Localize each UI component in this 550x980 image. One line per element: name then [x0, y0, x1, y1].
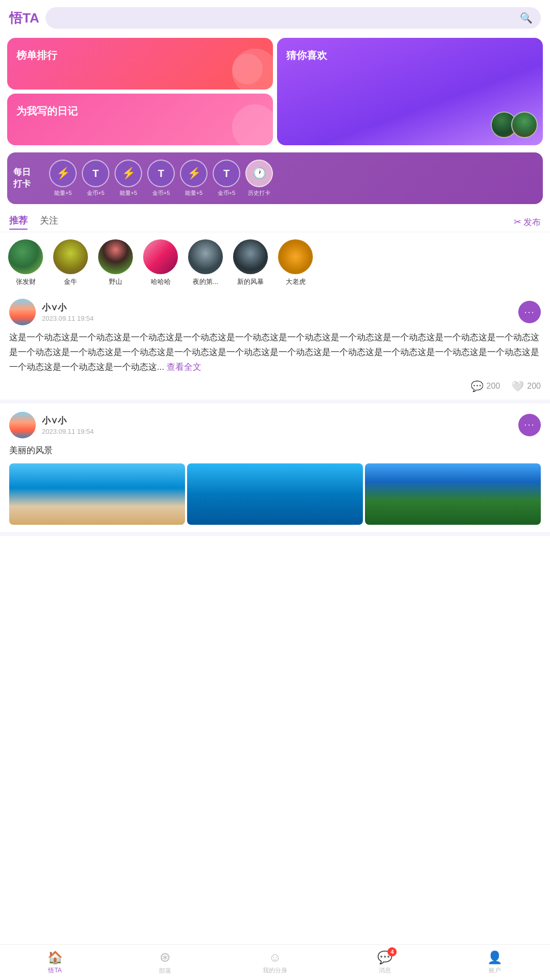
checkin-circle-2: ⚡	[114, 160, 142, 187]
post-menu-button-1[interactable]: ···	[518, 301, 541, 323]
post-readmore-1[interactable]: 查看全文	[167, 362, 201, 372]
post-card-1: 小∨小 2023.09.11 19:54 ··· 这是一个动态这是一个动态这是一…	[0, 291, 550, 404]
avatar-item-0[interactable]: 张发财	[7, 239, 44, 286]
avatar-circle-0	[8, 239, 43, 274]
avatar-item-6[interactable]: 大老虎	[277, 239, 314, 286]
checkin-item-2[interactable]: ⚡ 能量+5	[114, 160, 142, 197]
checkin-sub-6: 历史打卡	[248, 189, 270, 197]
avatar-item-5[interactable]: 新的风暴	[232, 239, 269, 286]
checkin-sub-3: 金币+5	[152, 189, 170, 197]
post-like-count-1: 200	[527, 382, 541, 391]
post-text-1: 这是一个动态这是一个动态这是一个动态这是一个动态这是一个动态这是一个动态这是一个…	[9, 330, 541, 375]
banner-grid: 榜单排行 猜你喜欢 为我写的日记	[0, 34, 550, 149]
avatar-circle-5	[233, 239, 268, 274]
post-menu-icon-2: ···	[524, 419, 535, 430]
energy-icon-4: ⚡	[187, 167, 201, 180]
banner-guess-title: 猜你喜欢	[286, 48, 534, 62]
post-menu-button-2[interactable]: ···	[518, 414, 541, 436]
post-like-1[interactable]: 🤍 200	[511, 380, 541, 392]
header: 悟TA 🔍	[0, 0, 550, 34]
post-card-2: 小∨小 2023.09.11 19:54 ··· 美丽的风景	[0, 404, 550, 536]
checkin-sub-4: 能量+5	[185, 189, 203, 197]
avatar-name-2: 野山	[109, 277, 122, 286]
coin-icon-1: T	[93, 168, 99, 180]
avatar-circle-3	[143, 239, 178, 274]
tab-follow[interactable]: 关注	[40, 214, 58, 230]
publish-icon: ✂	[514, 216, 521, 228]
checkin-sub-5: 金币+5	[218, 189, 236, 197]
post-comment-1[interactable]: 💬 200	[471, 380, 500, 392]
post-menu-icon-1: ···	[524, 307, 535, 318]
checkin-item-0[interactable]: ⚡ 能量+5	[49, 160, 77, 197]
avatar-item-2[interactable]: 野山	[97, 239, 134, 286]
post-info-2: 小∨小 2023.09.11 19:54	[42, 415, 512, 435]
checkin-circle-6: 🕐	[245, 160, 273, 187]
history-icon-6: 🕐	[253, 167, 266, 180]
checkin-sub-1: 金币+5	[87, 189, 105, 197]
search-input[interactable]	[45, 7, 541, 29]
post-time-2: 2023.09.11 19:54	[42, 428, 512, 435]
banner-ranking[interactable]: 榜单排行	[7, 38, 273, 90]
post-time-1: 2023.09.11 19:54	[42, 315, 512, 322]
search-wrapper: 🔍	[45, 7, 541, 29]
checkin-items: ⚡ 能量+5 T 金币+5 ⚡ 能量+5 T 金币+5 ⚡ 能量+5	[49, 160, 273, 197]
avatar-item-4[interactable]: 夜的第...	[187, 239, 224, 286]
checkin-circle-0: ⚡	[49, 160, 77, 187]
avatar-name-4: 夜的第...	[193, 277, 218, 286]
checkin-circle-3: T	[147, 160, 175, 187]
avatar-circle-2	[98, 239, 133, 274]
post-avatar-2[interactable]	[9, 412, 36, 438]
avatar-item-1[interactable]: 金牛	[52, 239, 89, 286]
coin-icon-3: T	[158, 168, 164, 180]
checkin-label: 每日打卡	[13, 167, 44, 189]
post-actions-1: 💬 200 🤍 200	[9, 380, 541, 392]
avatar-circle-6	[278, 239, 313, 274]
avatar-name-0: 张发财	[16, 277, 36, 286]
post-info-1: 小∨小 2023.09.11 19:54	[42, 302, 512, 322]
checkin-circle-5: T	[213, 160, 240, 187]
checkin-item-5[interactable]: T 金币+5	[213, 160, 240, 197]
checkin-item-6[interactable]: 🕐 历史打卡	[245, 160, 273, 197]
energy-icon-0: ⚡	[56, 167, 70, 180]
avatar-item-3[interactable]: 哈哈哈	[142, 239, 179, 286]
avatar-name-1: 金牛	[64, 277, 77, 286]
banner-diary-title: 为我写的日记	[16, 104, 264, 118]
banner-guess[interactable]: 猜你喜欢	[277, 38, 543, 145]
post-username-2: 小∨小	[42, 415, 512, 427]
avatar-circle-4	[188, 239, 223, 274]
avatar-name-5: 新的风暴	[237, 277, 264, 286]
post-image-1[interactable]	[9, 463, 185, 525]
publish-button[interactable]: ✂ 发布	[514, 216, 541, 228]
checkin-item-1[interactable]: T 金币+5	[82, 160, 109, 197]
checkin-sub-0: 能量+5	[54, 189, 72, 197]
post-comment-count-1: 200	[487, 382, 500, 391]
banner-ranking-title: 榜单排行	[16, 48, 264, 62]
post-username-1: 小∨小	[42, 302, 512, 314]
avatar-row: 张发财 金牛 野山 哈哈哈 夜的第... 新的风暴 大老虎	[0, 232, 550, 291]
post-header-1: 小∨小 2023.09.11 19:54 ···	[9, 299, 541, 325]
like-icon-1: 🤍	[511, 380, 524, 392]
guess-img-2	[511, 112, 538, 138]
checkin-section: 每日打卡 ⚡ 能量+5 T 金币+5 ⚡ 能量+5 T 金币+5	[7, 152, 543, 204]
tab-recommend[interactable]: 推荐	[9, 214, 28, 230]
coin-icon-5: T	[223, 168, 230, 180]
post-text-2: 美丽的风景	[9, 443, 541, 458]
checkin-circle-4: ⚡	[180, 160, 208, 187]
post-image-3[interactable]	[365, 463, 541, 525]
avatar-name-3: 哈哈哈	[151, 277, 171, 286]
post-avatar-1[interactable]	[9, 299, 36, 325]
checkin-item-3[interactable]: T 金币+5	[147, 160, 175, 197]
post-image-2[interactable]	[187, 463, 363, 525]
banner-diary[interactable]: 为我写的日记	[7, 94, 273, 145]
checkin-circle-1: T	[82, 160, 109, 187]
guess-images	[491, 112, 538, 138]
avatar-circle-1	[53, 239, 88, 274]
checkin-sub-2: 能量+5	[120, 189, 138, 197]
app-title: 悟TA	[9, 9, 39, 27]
post-header-2: 小∨小 2023.09.11 19:54 ···	[9, 412, 541, 438]
avatar-name-6: 大老虎	[286, 277, 306, 286]
content-tabs: 推荐 关注 ✂ 发布	[0, 209, 550, 232]
comment-icon-1: 💬	[471, 380, 484, 392]
energy-icon-2: ⚡	[122, 167, 135, 180]
checkin-item-4[interactable]: ⚡ 能量+5	[180, 160, 208, 197]
